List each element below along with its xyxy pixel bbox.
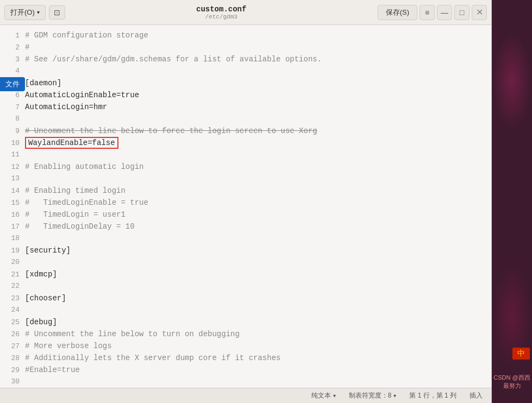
code-line: 14# Enabling timed login	[4, 185, 491, 197]
line-content: [security]	[25, 244, 491, 256]
line-content: AutomaticLoginEnable=true	[25, 89, 491, 101]
code-line: 7AutomaticLogin=hmr	[4, 101, 491, 113]
line-number: 25	[4, 317, 20, 329]
save-button[interactable]: 保存(S)	[378, 5, 417, 20]
menu-button[interactable]: ≡	[420, 5, 435, 20]
line-number: 2	[4, 42, 20, 54]
line-content: #Enable=true	[25, 364, 491, 376]
chevron-down-icon: ▾	[37, 9, 40, 15]
line-number: 23	[4, 293, 20, 305]
close-icon: ✕	[476, 7, 483, 17]
maximize-icon: □	[460, 8, 464, 17]
code-line: 18	[4, 232, 491, 244]
tab-width-chevron: ▾	[393, 393, 396, 399]
line-content: # TimedLogin = user1	[25, 209, 491, 221]
line-number: 27	[4, 341, 20, 352]
code-line: 6AutomaticLoginEnable=true	[4, 89, 491, 101]
china-badge: 中	[512, 348, 530, 360]
code-line: 21[xdmcp]	[4, 268, 491, 280]
line-number: 6	[4, 90, 20, 102]
line-content: WaylandEnable=false	[25, 137, 491, 149]
code-line: 20	[4, 256, 491, 268]
code-line: 3# See /usr/share/gdm/gdm.schemas for a …	[4, 53, 491, 65]
code-line: 8	[4, 113, 491, 125]
text-type-item[interactable]: 纯文本 ▾	[311, 391, 336, 400]
code-line: 28# Additionally lets the X server dump …	[4, 352, 491, 364]
code-line: 23[chooser]	[4, 292, 491, 304]
tab-width-label: 制表符宽度：8	[349, 391, 392, 400]
status-bar: 纯文本 ▾ 制表符宽度：8 ▾ 第 1 行，第 1 列 插入	[0, 388, 491, 403]
code-line: 26# Uncomment the line below to turn on …	[4, 328, 491, 340]
insert-label: 插入	[470, 391, 483, 400]
line-content: # Uncomment the line below to force the …	[25, 125, 491, 137]
title-center: custom.conf /etc/gdm3	[65, 5, 378, 20]
title-bar-left: 打开(O) ▾ ⊡	[4, 5, 65, 20]
line-content: AutomaticLogin=hmr	[25, 101, 491, 113]
line-number: 8	[4, 113, 20, 125]
code-area: 1# GDM configuration storage2#3# See /us…	[0, 29, 491, 388]
highlight-box: WaylandEnable=false	[25, 137, 118, 149]
code-line: 11	[4, 149, 491, 161]
minimize-button[interactable]: —	[437, 5, 452, 20]
line-number: 1	[4, 30, 20, 42]
text-type-label: 纯文本	[311, 391, 331, 400]
save-recent-icon: ⊡	[54, 8, 60, 17]
line-number: 12	[4, 161, 20, 173]
line-number: 14	[4, 185, 20, 197]
code-line: 22	[4, 280, 491, 292]
line-content: [xdmcp]	[25, 268, 491, 280]
line-content: # Uncomment the line below to turn on de…	[25, 328, 491, 340]
menu-icon: ≡	[425, 8, 429, 17]
line-content: #	[25, 41, 491, 53]
code-line: 1# GDM configuration storage	[4, 29, 491, 41]
line-number: 16	[4, 209, 20, 221]
china-char: 中	[517, 349, 525, 358]
right-panel: CSDN @西西最努力 中	[492, 0, 532, 403]
line-number: 15	[4, 197, 20, 209]
line-content: # Enabling automatic login	[25, 161, 491, 173]
line-number: 18	[4, 232, 20, 244]
code-line: 2#	[4, 41, 491, 53]
filename-label: custom.conf	[65, 5, 378, 14]
tab-width-item[interactable]: 制表符宽度：8 ▾	[349, 391, 397, 400]
line-content: # See /usr/share/gdm/gdm.schemas for a l…	[25, 53, 491, 65]
csdn-label: CSDN @西西最努力	[492, 374, 532, 390]
line-number: 21	[4, 269, 20, 281]
code-line: 24	[4, 304, 491, 316]
code-line: 19[security]	[4, 244, 491, 256]
code-line: 5[daemon]	[4, 77, 491, 89]
line-number: 29	[4, 364, 20, 376]
line-number: 3	[4, 54, 20, 66]
position-label: 第 1 行，第 1 列	[409, 391, 456, 400]
line-number: 9	[4, 125, 20, 137]
minimize-icon: —	[441, 8, 448, 17]
line-content: # TimedLoginDelay = 10	[25, 221, 491, 232]
open-button[interactable]: 打开(O) ▾	[4, 5, 46, 20]
line-number: 24	[4, 304, 20, 316]
line-number: 7	[4, 102, 20, 114]
line-content: # Enabling timed login	[25, 185, 491, 197]
code-line: 13	[4, 173, 491, 185]
close-button[interactable]: ✕	[472, 5, 487, 20]
code-line: 4	[4, 65, 491, 77]
editor-window: 打开(O) ▾ ⊡ custom.conf /etc/gdm3 保存(S) ≡ …	[0, 0, 492, 403]
line-content: [chooser]	[25, 292, 491, 304]
line-content: # GDM configuration storage	[25, 29, 491, 41]
line-number: 19	[4, 245, 20, 257]
line-number: 13	[4, 173, 20, 185]
code-line: 27# More verbose logs	[4, 340, 491, 352]
code-line: 9# Uncomment the line below to force the…	[4, 125, 491, 137]
line-number: 17	[4, 221, 20, 233]
insert-item[interactable]: 插入	[470, 391, 483, 400]
maximize-button[interactable]: □	[454, 5, 470, 20]
line-number: 22	[4, 280, 20, 292]
save-recent-button[interactable]: ⊡	[49, 5, 65, 20]
code-line: 15# TimedLoginEnable = true	[4, 197, 491, 209]
position-item: 第 1 行，第 1 列	[409, 391, 456, 400]
filepath-label: /etc/gdm3	[65, 14, 378, 20]
file-badge: 文件	[0, 77, 25, 91]
line-number: 4	[4, 65, 20, 77]
decor-top	[492, 33, 532, 130]
line-number: 26	[4, 329, 20, 341]
editor-content[interactable]: 1# GDM configuration storage2#3# See /us…	[0, 25, 491, 388]
